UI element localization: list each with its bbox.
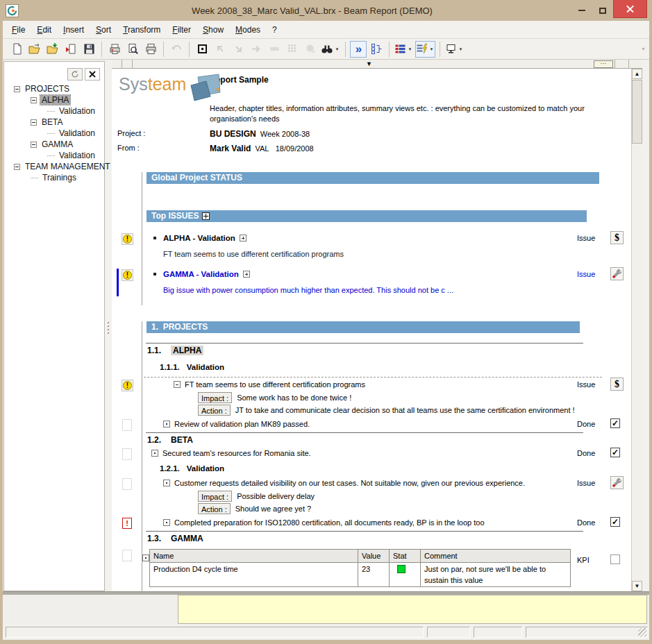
resize-grip[interactable] <box>638 628 647 637</box>
print-button[interactable] <box>142 41 159 58</box>
display-mode-button[interactable]: ▼ <box>444 41 465 58</box>
outline-levels-dropdown[interactable]: ▼ <box>407 47 413 51</box>
tree-item-alpha[interactable]: ALPHA <box>4 94 104 105</box>
expander-plus-icon[interactable] <box>240 235 246 242</box>
maximize-button[interactable] <box>592 0 613 21</box>
minimize-button[interactable] <box>571 0 592 21</box>
tree-item-trainings[interactable]: Trainings <box>4 172 104 183</box>
tree-item-projects[interactable]: PROJECTS <box>4 83 104 94</box>
menu-file[interactable]: File <box>12 25 25 35</box>
scroll-up-button[interactable]: ▲ <box>632 69 642 79</box>
issue-type-wrench-button[interactable] <box>610 267 624 280</box>
tree-expander-icon[interactable] <box>31 142 37 148</box>
kpi-checkbox[interactable] <box>610 554 620 564</box>
find-dropdown[interactable]: ▼ <box>334 47 340 51</box>
menu-modes[interactable]: Modes <box>235 25 260 35</box>
expander-minus-icon[interactable] <box>151 450 158 457</box>
tree-item-label[interactable]: Validation <box>58 106 97 116</box>
tree-item-label[interactable]: PROJECTS <box>24 84 71 94</box>
expander-minus-icon[interactable] <box>163 421 170 427</box>
nav-next-button[interactable] <box>248 41 265 58</box>
refresh-tree-button[interactable] <box>67 68 83 80</box>
expander-minus-icon[interactable] <box>163 480 170 486</box>
tree-item-label[interactable]: BETA <box>40 117 64 127</box>
new-document-button[interactable] <box>8 41 25 58</box>
done-checkbox[interactable]: ✓ <box>610 418 620 428</box>
expander-minus-icon[interactable] <box>142 554 149 561</box>
auto-filter-dropdown[interactable]: ▼ <box>428 47 435 51</box>
tree-item-label[interactable]: Trainings <box>41 173 78 183</box>
tree-item-validation[interactable]: Validation <box>4 105 104 117</box>
column-options-button[interactable]: ⋯ <box>594 60 613 68</box>
tree-expander-icon[interactable] <box>31 97 37 103</box>
tree-item-label[interactable]: Validation <box>58 151 97 160</box>
done-checkbox[interactable]: ✓ <box>610 448 620 457</box>
open-import-button[interactable] <box>44 41 61 58</box>
find-button[interactable]: ▼ <box>320 41 341 58</box>
project-value: BU DESIGN Week 2008-38 <box>210 127 631 139</box>
expand-all-button[interactable]: » <box>350 41 367 58</box>
tree-item-validation[interactable]: Validation <box>4 128 104 139</box>
scroll-down-button[interactable]: ▼ <box>632 581 642 591</box>
record-stop-icon <box>197 43 208 55</box>
expander-minus-icon[interactable] <box>163 519 170 526</box>
menu-transform[interactable]: Transform <box>123 25 160 35</box>
tree-item-beta[interactable]: BETA <box>4 117 104 128</box>
tree-item-label[interactable]: ALPHA <box>40 95 70 105</box>
menu-sort[interactable]: Sort <box>96 25 111 35</box>
expand-section-icon[interactable] <box>202 212 210 220</box>
warning-icon: ! <box>122 380 133 391</box>
open-file-button[interactable] <box>26 41 43 58</box>
issue-type-dollar-button[interactable]: $ <box>610 231 624 244</box>
issue-type-wrench-button[interactable] <box>610 476 624 489</box>
nav-slide-button[interactable] <box>266 41 283 58</box>
menu-edit[interactable]: Edit <box>37 25 51 35</box>
grid-view-button[interactable] <box>284 41 301 58</box>
nav-back-button[interactable] <box>212 41 228 58</box>
menu-filter[interactable]: Filter <box>172 25 191 35</box>
window-controls <box>571 0 652 21</box>
toolbar-overflow-button[interactable]: ▼ <box>641 46 646 51</box>
tree-item-label[interactable]: GAMMA <box>40 139 74 149</box>
issue-type-dollar-button[interactable]: $ <box>610 378 624 391</box>
tree-item-validation[interactable]: Validation <box>4 150 104 161</box>
nav-forward-button[interactable] <box>230 41 246 58</box>
print-preview-button[interactable] <box>124 41 141 58</box>
tree-item-label[interactable]: TEAM MANAGEMENT <box>24 162 112 171</box>
web-publish-button[interactable] <box>302 41 319 58</box>
menu-help[interactable]: ? <box>272 25 277 35</box>
chapter-heading: 1.3.GAMMA <box>142 532 631 545</box>
undo-button[interactable] <box>168 41 185 58</box>
note-pane[interactable] <box>178 595 647 624</box>
vertical-scrollbar[interactable]: ▲ ▼ <box>631 69 642 591</box>
display-mode-dropdown[interactable]: ▼ <box>458 47 464 51</box>
tree-item-gamma[interactable]: GAMMA <box>4 139 104 150</box>
expander-minus-icon[interactable] <box>174 381 181 388</box>
collapse-tree-button[interactable] <box>368 41 385 58</box>
panel-splitter[interactable] <box>105 60 112 591</box>
project-week: Week 2008-38 <box>260 130 310 138</box>
done-checkbox[interactable]: ✓ <box>610 517 620 527</box>
empty-status-icon <box>122 478 132 490</box>
menu-insert[interactable]: Insert <box>63 25 84 35</box>
tree-expander-icon[interactable] <box>31 119 37 126</box>
scrollbar-thumb[interactable] <box>632 80 642 144</box>
close-button[interactable] <box>613 0 647 18</box>
close-tree-button[interactable] <box>85 68 100 80</box>
wrench-icon <box>612 477 622 488</box>
menu-show[interactable]: Show <box>203 25 224 35</box>
close-icon <box>626 5 634 12</box>
tree-expander-icon[interactable] <box>14 164 20 170</box>
save-button[interactable] <box>81 41 97 58</box>
paste-report-button[interactable] <box>62 41 79 58</box>
tree-item-label[interactable]: Validation <box>58 128 97 138</box>
page-setup-button[interactable] <box>106 41 123 58</box>
record-stop-button[interactable] <box>194 41 210 58</box>
auto-filter-button[interactable]: ▼ <box>415 41 435 58</box>
subchapter-heading: 1.2.1.Validation <box>142 463 631 474</box>
column-marker-icon[interactable]: ▼ <box>366 60 372 68</box>
expander-plus-icon[interactable] <box>243 271 250 278</box>
tree-item-team-management[interactable]: TEAM MANAGEMENT <box>4 161 104 172</box>
outline-levels-button[interactable]: ▼ <box>394 41 414 58</box>
tree-expander-icon[interactable] <box>14 86 20 92</box>
